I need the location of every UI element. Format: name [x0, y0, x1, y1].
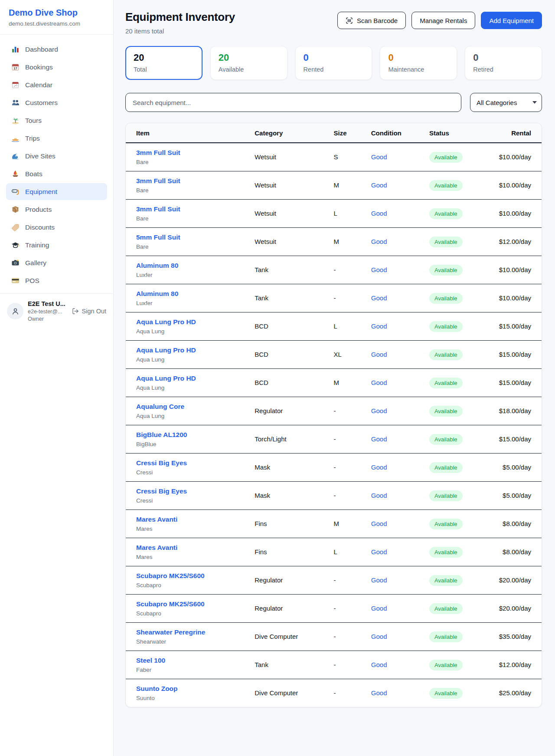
sidebar-item-label: Equipment — [25, 188, 57, 196]
item-name-link[interactable]: Mares Avanti — [136, 516, 255, 523]
table-row[interactable]: Aqua Lung Pro HDAqua LungBCDLGoodAvailab… — [126, 312, 542, 341]
sidebar-item-label: Products — [25, 206, 52, 214]
table-row[interactable]: Cressi Big EyesCressiMask-GoodAvailable$… — [126, 482, 542, 510]
item-name-link[interactable]: Aqua Lung Pro HD — [136, 318, 255, 326]
table-row[interactable]: Mares AvantiMaresFinsMGoodAvailable$8.00… — [126, 510, 542, 538]
table-row[interactable]: Scubapro MK25/S600ScubaproRegulator-Good… — [126, 595, 542, 623]
add-equipment-button[interactable]: Add Equipment — [481, 12, 542, 29]
item-condition: Good — [371, 435, 387, 443]
table-row[interactable]: Scubapro MK25/S600ScubaproRegulator-Good… — [126, 566, 542, 595]
table-row[interactable]: Mares AvantiMaresFinsLGoodAvailable$8.00… — [126, 538, 542, 566]
item-condition: Good — [371, 294, 387, 302]
sidebar-item-products[interactable]: Products — [6, 201, 107, 218]
item-size: L — [333, 548, 337, 555]
stat-card-available[interactable]: 20Available — [210, 46, 287, 80]
table-row[interactable]: Aqua Lung Pro HDAqua LungBCDMGoodAvailab… — [126, 369, 542, 397]
equipment-icon — [11, 187, 20, 196]
table-row[interactable]: Aqualung CoreAqua LungRegulator-GoodAvai… — [126, 397, 542, 425]
item-name-link[interactable]: 5mm Full Suit — [136, 233, 255, 241]
item-name-link[interactable]: Suunto Zoop — [136, 685, 255, 693]
stat-card-total[interactable]: 20Total — [125, 46, 202, 80]
item-brand: Bare — [136, 159, 255, 165]
table-row[interactable]: 3mm Full SuitBareWetsuitSGoodAvailable$1… — [126, 143, 542, 171]
item-condition: Good — [371, 661, 387, 668]
item-category: Fins — [255, 548, 267, 555]
item-name-link[interactable]: Aluminum 80 — [136, 262, 255, 270]
table-row[interactable]: BigBlue AL1200BigBlueTorch/Light-GoodAva… — [126, 425, 542, 454]
search-input[interactable] — [125, 93, 461, 112]
scan-barcode-label: Scan Barcode — [357, 17, 398, 24]
item-name-link[interactable]: BigBlue AL1200 — [136, 431, 255, 439]
table-row[interactable]: 5mm Full SuitBareWetsuitMGoodAvailable$1… — [126, 228, 542, 256]
header-actions: Scan Barcode Manage Rentals Add Equipmen… — [337, 12, 542, 29]
page-header: Equipment Inventory 20 items total Scan … — [125, 10, 542, 35]
category-select[interactable]: All Categories — [470, 93, 542, 112]
table-row[interactable]: 3mm Full SuitBareWetsuitMGoodAvailable$1… — [126, 171, 542, 200]
app-window: Demo Dive Shop demo.test.divestreams.com… — [0, 0, 555, 756]
item-name-link[interactable]: 3mm Full Suit — [136, 149, 255, 157]
category-select-wrap: All Categories — [470, 93, 542, 112]
table-row[interactable]: 3mm Full SuitBareWetsuitLGoodAvailable$1… — [126, 200, 542, 228]
sidebar-item-customers[interactable]: Customers — [6, 94, 107, 111]
sidebar: Demo Dive Shop demo.test.divestreams.com… — [0, 0, 114, 756]
stat-card-maintenance[interactable]: 0Maintenance — [380, 46, 457, 80]
manage-rentals-button[interactable]: Manage Rentals — [411, 12, 475, 29]
item-condition: Good — [371, 576, 387, 584]
item-name-link[interactable]: Cressi Big Eyes — [136, 487, 255, 495]
training-icon — [11, 241, 20, 249]
sidebar-item-discounts[interactable]: Discounts — [6, 219, 107, 236]
sidebar-item-gallery[interactable]: Gallery — [6, 254, 107, 271]
item-condition: Good — [371, 322, 387, 330]
item-name-link[interactable]: Aluminum 80 — [136, 290, 255, 298]
sidebar-item-dashboard[interactable]: Dashboard — [6, 41, 107, 58]
item-name-link[interactable]: Steel 100 — [136, 657, 255, 664]
item-name-link[interactable]: Scubapro MK25/S600 — [136, 600, 255, 608]
scan-barcode-button[interactable]: Scan Barcode — [337, 12, 406, 29]
sidebar-item-boats[interactable]: Boats — [6, 165, 107, 182]
sidebar-item-bookings[interactable]: 17Bookings — [6, 59, 107, 76]
table-row[interactable]: Aluminum 80LuxferTank-GoodAvailable$10.0… — [126, 256, 542, 284]
table-row[interactable]: Cressi Big EyesCressiMask-GoodAvailable$… — [126, 454, 542, 482]
status-badge: Available — [429, 180, 463, 191]
sidebar-item-trips[interactable]: Trips — [6, 130, 107, 147]
sign-out-button[interactable]: Sign Out — [72, 308, 106, 315]
item-name-link[interactable]: Cressi Big Eyes — [136, 459, 255, 467]
sidebar-item-training[interactable]: Training — [6, 237, 107, 253]
item-name-link[interactable]: Shearwater Peregrine — [136, 628, 255, 636]
sidebar-item-label: Trips — [25, 135, 40, 142]
item-brand: Shearwater — [136, 638, 255, 645]
items-total-subtitle: 20 items total — [125, 27, 235, 35]
item-name-link[interactable]: Aqua Lung Pro HD — [136, 346, 255, 354]
rental-price: $20.00/day — [499, 576, 531, 584]
item-name-link[interactable]: 3mm Full Suit — [136, 177, 255, 185]
item-category: Mask — [255, 463, 270, 471]
table-row[interactable]: Suunto ZoopSuuntoDive Computer-GoodAvail… — [126, 679, 542, 707]
item-name-link[interactable]: Aqua Lung Pro HD — [136, 375, 255, 382]
table-row[interactable]: Aqua Lung Pro HDAqua LungBCDXLGoodAvaila… — [126, 341, 542, 369]
item-name-link[interactable]: Mares Avanti — [136, 544, 255, 552]
sidebar-item-calendar[interactable]: Calendar — [6, 76, 107, 93]
calendar-icon — [11, 81, 20, 89]
table-row[interactable]: Aluminum 80LuxferTank-GoodAvailable$10.0… — [126, 284, 542, 312]
stat-value-maintenance: 0 — [388, 52, 449, 63]
stat-card-rented[interactable]: 0Rented — [295, 46, 372, 80]
item-brand: Luxfer — [136, 272, 255, 278]
item-condition: Good — [371, 689, 387, 697]
sidebar-item-tours[interactable]: Tours — [6, 112, 107, 129]
item-brand: Luxfer — [136, 300, 255, 306]
item-size: - — [333, 605, 336, 612]
item-name-link[interactable]: 3mm Full Suit — [136, 205, 255, 213]
sidebar-item-equipment[interactable]: Equipment — [6, 183, 107, 200]
table-row[interactable]: Steel 100FaberTank-GoodAvailable$12.00/d… — [126, 651, 542, 679]
table-row[interactable]: Shearwater PeregrineShearwaterDive Compu… — [126, 623, 542, 651]
status-badge: Available — [429, 349, 463, 360]
status-badge: Available — [429, 688, 463, 699]
stat-card-retired[interactable]: 0Retired — [465, 46, 542, 80]
item-condition: Good — [371, 520, 387, 527]
item-brand: Aqua Lung — [136, 356, 255, 363]
item-name-link[interactable]: Scubapro MK25/S600 — [136, 572, 255, 580]
sidebar-item-pos[interactable]: POS — [6, 272, 107, 289]
status-badge: Available — [429, 660, 463, 671]
item-name-link[interactable]: Aqualung Core — [136, 403, 255, 411]
sidebar-item-dive-sites[interactable]: Dive Sites — [6, 148, 107, 164]
